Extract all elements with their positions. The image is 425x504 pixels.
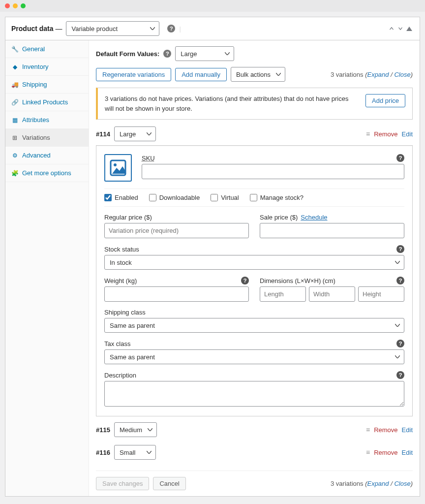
product-type-select[interactable]: Variable product xyxy=(66,21,159,36)
help-icon[interactable]: ? xyxy=(396,371,404,379)
sidebar-item-label: Shipping xyxy=(22,81,47,88)
dimensions-label: Dimensions (L×W×H) (cm)? xyxy=(260,277,404,284)
expand-link[interactable]: Expand xyxy=(367,71,389,78)
variation-header: #116 Small ≡ Remove Edit xyxy=(96,441,413,464)
variation-attribute-select[interactable]: Small xyxy=(114,445,156,460)
variations-icon: ⊞ xyxy=(11,134,18,141)
sidebar-item-general[interactable]: 🔧 General xyxy=(5,40,89,58)
manage-stock-checkbox[interactable]: Manage stock? xyxy=(250,194,304,201)
stock-status-select[interactable]: In stock xyxy=(104,255,404,270)
remove-link[interactable]: Remove xyxy=(374,449,397,456)
wrench-icon: 🔧 xyxy=(11,46,18,53)
sale-price-input[interactable] xyxy=(260,223,404,238)
close-window-icon[interactable] xyxy=(5,3,10,8)
grid-icon: ▦ xyxy=(11,117,18,124)
edit-link[interactable]: Edit xyxy=(402,130,413,138)
help-icon[interactable]: ? xyxy=(396,154,404,162)
variation-attribute-select[interactable]: Large xyxy=(114,126,156,141)
sidebar-item-shipping[interactable]: 🚚 Shipping xyxy=(5,76,89,94)
sidebar-item-attributes[interactable]: ▦ Attributes xyxy=(5,111,89,129)
drag-icon[interactable]: ≡ xyxy=(366,426,370,434)
help-icon[interactable]: ? xyxy=(396,340,404,347)
virtual-checkbox[interactable]: Virtual xyxy=(211,194,239,201)
sidebar-item-linked[interactable]: 🔗 Linked Products xyxy=(5,94,89,111)
collapse-toggle-icon[interactable] xyxy=(405,24,414,33)
weight-input[interactable] xyxy=(104,286,249,302)
sidebar: 🔧 General ◆ Inventory 🚚 Shipping 🔗 Linke… xyxy=(5,40,89,496)
variations-count: 3 variations (Expand / Close) xyxy=(331,71,413,78)
sale-price-label: Sale price ($) Schedule xyxy=(260,214,404,221)
variation-image-placeholder[interactable] xyxy=(104,154,132,182)
gear-icon: ⚙ xyxy=(11,152,18,159)
variation-header: #115 Medium ≡ Remove Edit xyxy=(96,422,413,441)
tax-class-select[interactable]: Same as parent xyxy=(104,349,404,364)
titlebar xyxy=(0,0,425,12)
panel-title: Product data — xyxy=(11,25,62,32)
truck-icon: 🚚 xyxy=(11,81,18,88)
regular-price-label: Regular price ($) xyxy=(104,214,249,221)
sidebar-item-inventory[interactable]: ◆ Inventory xyxy=(5,58,89,76)
sidebar-item-label: General xyxy=(22,45,45,53)
price-notice: 3 variations do not have prices. Variati… xyxy=(96,88,413,120)
height-input[interactable] xyxy=(358,286,404,302)
minimize-window-icon[interactable] xyxy=(13,3,18,8)
maximize-window-icon[interactable] xyxy=(21,3,26,8)
bulk-actions-select[interactable]: Bulk actions xyxy=(231,67,285,82)
tax-class-label: Tax class? xyxy=(104,340,404,347)
length-input[interactable] xyxy=(260,286,306,302)
help-icon[interactable]: ? xyxy=(167,25,175,32)
regular-price-input[interactable] xyxy=(104,223,249,238)
stock-status-label: Stock status? xyxy=(104,245,404,253)
add-manually-button[interactable]: Add manually xyxy=(175,68,227,81)
chevron-down-icon[interactable] xyxy=(396,24,405,33)
variations-count-footer: 3 variations (Expand / Close) xyxy=(331,480,413,487)
drag-icon[interactable]: ≡ xyxy=(366,130,370,138)
sidebar-item-variations[interactable]: ⊞ Variations xyxy=(5,129,89,147)
sidebar-item-label: Attributes xyxy=(22,116,49,124)
schedule-link[interactable]: Schedule xyxy=(301,214,327,221)
content: Default Form Values: ? Large Regenerate … xyxy=(89,40,420,496)
close-link[interactable]: Close xyxy=(394,480,410,487)
edit-link[interactable]: Edit xyxy=(402,449,413,456)
sku-label: SKU ? xyxy=(142,154,404,162)
edit-link[interactable]: Edit xyxy=(402,426,413,434)
variation-id: #115 xyxy=(96,426,110,434)
add-price-button[interactable]: Add price xyxy=(365,94,405,107)
variation-body: SKU ? Enabled xyxy=(96,145,413,416)
remove-link[interactable]: Remove xyxy=(374,130,397,138)
sidebar-item-label: Variations xyxy=(22,134,50,141)
expand-link[interactable]: Expand xyxy=(367,480,389,487)
width-input[interactable] xyxy=(309,286,355,302)
link-icon: 🔗 xyxy=(11,99,18,106)
help-icon[interactable]: ? xyxy=(241,277,249,284)
description-textarea[interactable] xyxy=(104,381,404,407)
notice-text: 3 variations do not have prices. Variati… xyxy=(105,94,357,113)
help-icon[interactable]: ? xyxy=(396,277,404,284)
downloadable-checkbox[interactable]: Downloadable xyxy=(149,194,200,201)
sidebar-item-label: Advanced xyxy=(22,152,51,159)
close-link[interactable]: Close xyxy=(394,71,410,78)
sku-input[interactable] xyxy=(142,164,404,179)
separator: | xyxy=(179,25,181,32)
default-form-select[interactable]: Large xyxy=(175,46,234,61)
product-data-panel: Product data — Variable product ? | 🔧 Ge… xyxy=(5,17,420,497)
save-changes-button[interactable]: Save changes xyxy=(96,477,149,490)
sidebar-item-label: Linked Products xyxy=(22,98,68,106)
sidebar-item-more[interactable]: 🧩 Get more options xyxy=(5,164,89,182)
variation-attribute-select[interactable]: Medium xyxy=(114,422,157,437)
help-icon[interactable]: ? xyxy=(396,245,404,253)
sidebar-item-advanced[interactable]: ⚙ Advanced xyxy=(5,147,89,164)
sidebar-item-label: Inventory xyxy=(22,63,48,70)
drag-icon[interactable]: ≡ xyxy=(366,448,370,456)
svg-point-1 xyxy=(114,163,117,166)
cancel-button[interactable]: Cancel xyxy=(153,477,185,490)
chevron-up-icon[interactable] xyxy=(387,24,396,33)
remove-link[interactable]: Remove xyxy=(374,426,397,434)
shipping-class-select[interactable]: Same as parent xyxy=(104,318,404,333)
help-icon[interactable]: ? xyxy=(163,50,171,58)
regenerate-variations-button[interactable]: Regenerate variations xyxy=(96,68,171,81)
default-form-label: Default Form Values: xyxy=(96,50,159,58)
plugin-icon: 🧩 xyxy=(11,170,18,177)
enabled-checkbox[interactable]: Enabled xyxy=(104,194,138,201)
variation-header: #114 Large ≡ Remove Edit xyxy=(96,126,413,145)
